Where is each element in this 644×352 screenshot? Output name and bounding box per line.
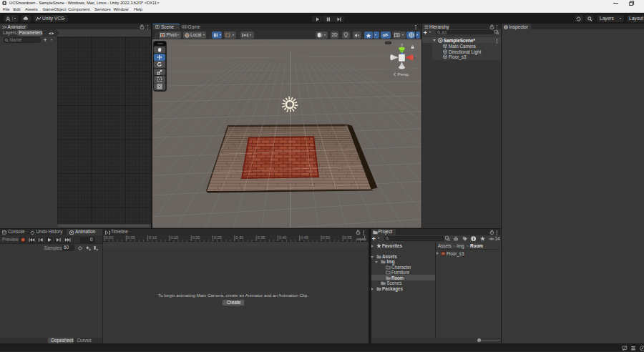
svg-text:y: y [401,42,403,47]
svg-text:x: x [414,55,416,59]
